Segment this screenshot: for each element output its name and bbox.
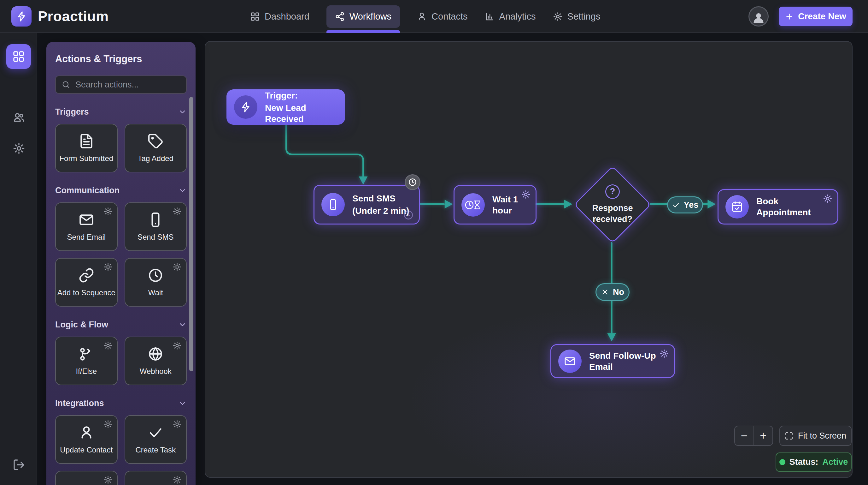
node-trigger-new-lead[interactable]: Trigger: New Lead Received: [226, 89, 345, 125]
action-card-wait[interactable]: Wait: [125, 258, 187, 307]
chevron-down-icon[interactable]: [178, 108, 187, 116]
zoom-controls: − +: [734, 426, 773, 446]
analytics-icon: [485, 12, 495, 22]
gear-icon: [12, 142, 25, 155]
status-value: Active: [822, 457, 848, 467]
contacts-icon: [417, 12, 427, 22]
action-card-form-submitted[interactable]: Form Submitted: [55, 124, 118, 172]
nav-item-settings[interactable]: Settings: [553, 11, 600, 22]
nav-item-dashboard[interactable]: Dashboard: [250, 11, 309, 22]
trigger-line2: New Lead Received: [265, 102, 338, 124]
clipped-card-row: [55, 471, 187, 485]
gear-icon[interactable]: [173, 475, 182, 484]
delay-clock-icon: [403, 210, 414, 220]
workflow-canvas[interactable]: Trigger: New Lead Received Send SMS (Und…: [205, 41, 852, 478]
triggers-grid: Form Submitted Tag Added: [55, 124, 187, 172]
node-send-follow-up-email[interactable]: Send Follow-Up Email: [550, 344, 675, 378]
card-label: Update Contact: [60, 446, 113, 454]
branch-pill-yes[interactable]: Yes: [667, 196, 703, 213]
nav-item-analytics[interactable]: Analytics: [485, 11, 536, 22]
smartphone-icon: [148, 212, 163, 228]
section-label: Communication: [55, 186, 120, 196]
gear-icon[interactable]: [173, 262, 182, 272]
zoom-in-button[interactable]: +: [754, 426, 773, 445]
check-icon: [148, 425, 163, 440]
user-avatar[interactable]: [748, 6, 769, 27]
panel-scrollbar[interactable]: [189, 97, 193, 371]
card-label: Tag Added: [138, 154, 174, 163]
nav-item-workflows[interactable]: Workflows: [327, 5, 400, 28]
action-card-if-else[interactable]: If/Else: [55, 337, 118, 385]
branch-icon: [79, 346, 94, 362]
rail-item-workflow-builder[interactable]: [6, 44, 31, 69]
globe-icon: [148, 346, 163, 362]
x-icon: [601, 288, 609, 296]
chevron-down-icon[interactable]: [178, 399, 187, 408]
section-label: Triggers: [55, 107, 89, 117]
node-wait-1-hour[interactable]: Wait 1 hour: [454, 185, 536, 225]
action-card-send-sms[interactable]: Send SMS: [125, 202, 187, 251]
gear-icon[interactable]: [173, 341, 182, 350]
rail-item-settings[interactable]: [12, 142, 25, 155]
nav-label-settings: Settings: [567, 11, 600, 22]
person-icon: [79, 425, 94, 440]
node-send-sms[interactable]: Send SMS (Under 2 min): [313, 185, 420, 225]
gear-icon[interactable]: [103, 420, 113, 429]
card-label: Webhook: [140, 367, 172, 376]
book-label: Book Appointment: [756, 196, 831, 218]
followup-label: Send Follow-Up Email: [589, 350, 667, 372]
action-card-add-to-sequence[interactable]: Add to Sequence: [55, 258, 118, 307]
status-dot-icon: [779, 459, 785, 465]
gear-icon[interactable]: [103, 475, 113, 484]
action-card-tag-added[interactable]: Tag Added: [125, 124, 187, 172]
nav-item-contacts[interactable]: Contacts: [417, 11, 467, 22]
plus-icon: [785, 12, 794, 21]
yes-label: Yes: [684, 200, 699, 210]
icon-rail: [0, 33, 37, 485]
action-card-partial[interactable]: [55, 471, 118, 485]
card-label: Form Submitted: [59, 154, 113, 163]
status-badge: Status: Active: [776, 453, 851, 472]
gear-icon[interactable]: [659, 349, 669, 359]
fit-to-screen-button[interactable]: Fit to Screen: [779, 426, 851, 446]
gear-icon[interactable]: [103, 262, 113, 272]
gear-icon[interactable]: [103, 341, 113, 350]
mail-icon: [79, 212, 94, 228]
action-card-create-task[interactable]: Create Task: [125, 415, 187, 464]
gear-icon[interactable]: [173, 207, 182, 216]
rail-item-contacts[interactable]: [12, 112, 25, 124]
calendar-check-icon: [725, 195, 749, 219]
nav-label-dashboard: Dashboard: [265, 11, 309, 22]
create-new-button[interactable]: Create New: [779, 7, 852, 26]
card-label: Send Email: [67, 233, 106, 241]
node-book-appointment[interactable]: Book Appointment: [718, 189, 838, 225]
actions-panel: Actions & Triggers Triggers Form Submitt…: [46, 42, 195, 485]
top-navbar: Proactium Dashboard Workflows Contacts A…: [0, 0, 868, 33]
action-card-send-email[interactable]: Send Email: [55, 202, 118, 251]
node-decision-response[interactable]: ? Response received?: [574, 166, 651, 244]
tag-icon: [148, 133, 163, 149]
rail-item-logout[interactable]: [12, 458, 25, 471]
action-card-update-contact[interactable]: Update Contact: [55, 415, 118, 464]
gear-icon[interactable]: [173, 420, 182, 429]
chevron-down-icon[interactable]: [178, 186, 187, 195]
chevron-down-icon[interactable]: [178, 320, 187, 329]
branch-pill-no[interactable]: No: [595, 283, 629, 301]
dashboard-icon: [250, 12, 260, 22]
sms-line2: (Under 2 min): [352, 205, 409, 216]
gear-icon[interactable]: [103, 207, 113, 216]
create-new-label: Create New: [798, 11, 846, 22]
action-card-partial[interactable]: [125, 471, 187, 485]
trigger-line1: Trigger:: [265, 90, 338, 101]
nav-label-contacts: Contacts: [432, 11, 467, 22]
search-actions-input[interactable]: [75, 80, 187, 90]
gear-icon[interactable]: [823, 194, 832, 203]
zoom-out-button[interactable]: −: [735, 426, 754, 445]
grid-icon: [12, 50, 25, 63]
panel-title: Actions & Triggers: [55, 53, 187, 65]
primary-nav: Dashboard Workflows Contacts Analytics S…: [250, 0, 600, 33]
gear-icon[interactable]: [521, 190, 530, 199]
timer-badge[interactable]: [405, 174, 421, 190]
action-card-webhook[interactable]: Webhook: [125, 337, 187, 385]
section-header-communication: Communication: [55, 186, 187, 196]
